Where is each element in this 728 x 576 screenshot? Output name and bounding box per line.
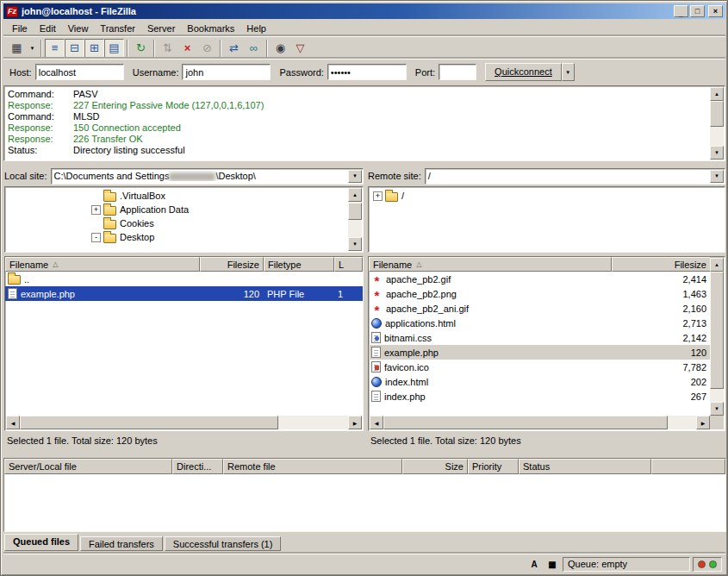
queue-splitter[interactable] bbox=[3, 448, 725, 458]
toggle-log-button[interactable]: ≡ bbox=[45, 39, 65, 58]
tab-queued-files[interactable]: Queued files bbox=[4, 534, 78, 551]
column-header-status[interactable]: Status bbox=[519, 459, 651, 474]
menu-item-edit[interactable]: Edit bbox=[34, 22, 62, 35]
menu-item-server[interactable]: Server bbox=[141, 22, 181, 35]
quickconnect-button[interactable]: Quickconnect bbox=[485, 63, 562, 81]
file-row[interactable]: applications.html 2,713 bbox=[369, 316, 711, 330]
log-scrollbar[interactable]: ▲ ▼ bbox=[710, 87, 724, 160]
quickconnect-dropdown[interactable]: ▼ bbox=[562, 63, 575, 81]
menu-item-transfer[interactable]: Transfer bbox=[94, 22, 141, 35]
local-site-combo[interactable]: C:\Documents and Settings\Desktop\ ▼ bbox=[51, 168, 364, 185]
tree-item-application-data[interactable]: + Application Data bbox=[5, 203, 347, 216]
site-manager-button[interactable]: ▦ bbox=[7, 39, 27, 58]
scroll-down-button[interactable]: ▼ bbox=[710, 402, 724, 416]
scrollbar-thumb[interactable] bbox=[20, 416, 278, 429]
menu-item-file[interactable]: File bbox=[6, 22, 34, 35]
tree-expander-icon[interactable]: - bbox=[91, 233, 101, 242]
toggle-local-tree-button[interactable]: ⊟ bbox=[65, 39, 84, 58]
tab-successful-transfers[interactable]: Successful transfers (1) bbox=[165, 536, 282, 551]
column-header-filename[interactable]: Filename△ bbox=[369, 257, 612, 272]
disconnect-button[interactable]: ⊘ bbox=[197, 39, 217, 58]
minimize-button[interactable]: _ bbox=[674, 5, 688, 17]
remote-list-vscrollbar[interactable]: ▲ ▼ bbox=[710, 258, 724, 416]
scroll-left-button[interactable]: ◀ bbox=[6, 416, 20, 429]
tab-failed-transfers[interactable]: Failed transfers bbox=[80, 536, 163, 551]
column-header-filesize[interactable]: Filesize bbox=[200, 257, 264, 272]
remote-tree-panel: + / bbox=[368, 186, 725, 253]
refresh-button[interactable]: ↻ bbox=[131, 39, 151, 58]
transfer-queue-panel: Server/Local file Directi... Remote file… bbox=[3, 458, 726, 532]
scrollbar-thumb[interactable] bbox=[710, 272, 724, 389]
toggle-queue-button[interactable]: ▤ bbox=[104, 39, 124, 58]
column-header-server-local-file[interactable]: Server/Local file bbox=[4, 459, 172, 474]
tree-item-cookies[interactable]: Cookies bbox=[5, 216, 347, 230]
file-row[interactable]: *apache_pb2.gif 2,414 bbox=[369, 272, 711, 286]
process-queue-button[interactable]: ⇅ bbox=[158, 39, 177, 58]
file-row-example-php[interactable]: example.php 120 PHP File 1 bbox=[5, 286, 363, 301]
tree-item-root[interactable]: + / bbox=[369, 189, 725, 203]
maximize-button[interactable]: □ bbox=[690, 5, 705, 17]
log-splitter[interactable] bbox=[3, 161, 725, 167]
file-row[interactable]: index.html 202 bbox=[369, 374, 711, 389]
tree-item-virtualbox[interactable]: .VirtualBox bbox=[5, 189, 347, 203]
scrollbar-thumb[interactable] bbox=[710, 101, 724, 127]
column-header-filename[interactable]: Filename△ bbox=[5, 257, 200, 272]
scrollbar-thumb[interactable] bbox=[348, 203, 362, 220]
column-header-direction[interactable]: Directi... bbox=[172, 459, 223, 474]
tree-expander-icon[interactable]: + bbox=[373, 191, 383, 201]
scroll-right-button[interactable]: ▶ bbox=[348, 416, 362, 429]
cancel-button[interactable]: × bbox=[177, 39, 197, 58]
username-input[interactable] bbox=[182, 64, 271, 80]
redacted-username bbox=[169, 172, 215, 181]
password-label: Password: bbox=[279, 67, 323, 78]
transfer-type-icon[interactable]: A bbox=[526, 557, 542, 571]
column-header-filetype[interactable]: Filetype bbox=[264, 257, 334, 272]
scroll-up-button[interactable]: ▲ bbox=[710, 87, 724, 101]
scroll-down-button[interactable]: ▼ bbox=[710, 146, 724, 160]
scroll-down-button[interactable]: ▼ bbox=[348, 237, 362, 251]
file-row[interactable]: *apache_pb2.png 1,463 bbox=[369, 286, 711, 301]
scroll-left-button[interactable]: ◀ bbox=[370, 416, 383, 429]
toggle-remote-tree-button[interactable]: ⊞ bbox=[84, 39, 104, 58]
menu-item-view[interactable]: View bbox=[62, 22, 95, 35]
find-files-button[interactable]: ◉ bbox=[271, 39, 290, 58]
column-header-filesize[interactable]: Filesize bbox=[612, 257, 711, 272]
directory-comparison-button[interactable]: ⇄ bbox=[224, 39, 244, 58]
php-file-icon bbox=[371, 391, 381, 402]
file-row[interactable]: *apache_pb2_ani.gif 2,160 bbox=[369, 301, 711, 316]
scroll-up-button[interactable]: ▲ bbox=[710, 258, 724, 272]
synchronized-browsing-button[interactable]: ∞ bbox=[244, 39, 264, 58]
column-header-priority[interactable]: Priority bbox=[468, 459, 519, 474]
file-row[interactable]: bitnami.css 2,142 bbox=[369, 330, 711, 345]
site-manager-dropdown-icon[interactable]: ▼ bbox=[27, 39, 38, 58]
combo-dropdown-icon[interactable]: ▼ bbox=[348, 170, 362, 183]
file-row[interactable]: favicon.ico 7,782 bbox=[369, 360, 711, 374]
local-tree-scrollbar[interactable]: ▲ ▼ bbox=[348, 188, 362, 251]
file-row-example-php[interactable]: example.php 120 bbox=[369, 345, 711, 360]
host-input[interactable] bbox=[35, 64, 124, 80]
menu-item-help[interactable]: Help bbox=[240, 22, 272, 35]
tree-expander-icon[interactable]: + bbox=[91, 205, 101, 215]
queue-body[interactable] bbox=[4, 474, 725, 531]
local-list-hscrollbar[interactable]: ◀ ▶ bbox=[6, 416, 362, 429]
tree-item-desktop[interactable]: - Desktop bbox=[5, 230, 347, 244]
close-button[interactable]: × bbox=[708, 5, 723, 17]
column-header-remote-file[interactable]: Remote file bbox=[223, 459, 402, 474]
port-input[interactable] bbox=[439, 64, 476, 80]
password-input[interactable] bbox=[327, 64, 407, 80]
numpad-icon[interactable]: ▦ bbox=[544, 557, 560, 571]
filter-button[interactable]: ▽ bbox=[290, 39, 310, 58]
folder-up-row[interactable]: .. bbox=[5, 272, 363, 286]
scroll-up-button[interactable]: ▲ bbox=[348, 188, 362, 202]
scroll-right-button[interactable]: ▶ bbox=[696, 416, 710, 429]
remote-list-hscrollbar[interactable]: ◀ ▶ bbox=[370, 416, 710, 429]
column-header-lastmodified[interactable]: L bbox=[334, 257, 363, 272]
combo-dropdown-icon[interactable]: ▼ bbox=[710, 170, 724, 183]
remote-site-combo[interactable]: / ▼ bbox=[425, 168, 725, 185]
titlebar[interactable]: Fz john@localhost - FileZilla _ □ × bbox=[3, 3, 725, 19]
file-row[interactable]: index.php 267 bbox=[369, 389, 711, 404]
host-label: Host: bbox=[9, 67, 32, 78]
menu-item-bookmarks[interactable]: Bookmarks bbox=[181, 22, 240, 35]
scrollbar-thumb[interactable] bbox=[383, 416, 668, 429]
column-header-size[interactable]: Size bbox=[402, 459, 468, 474]
